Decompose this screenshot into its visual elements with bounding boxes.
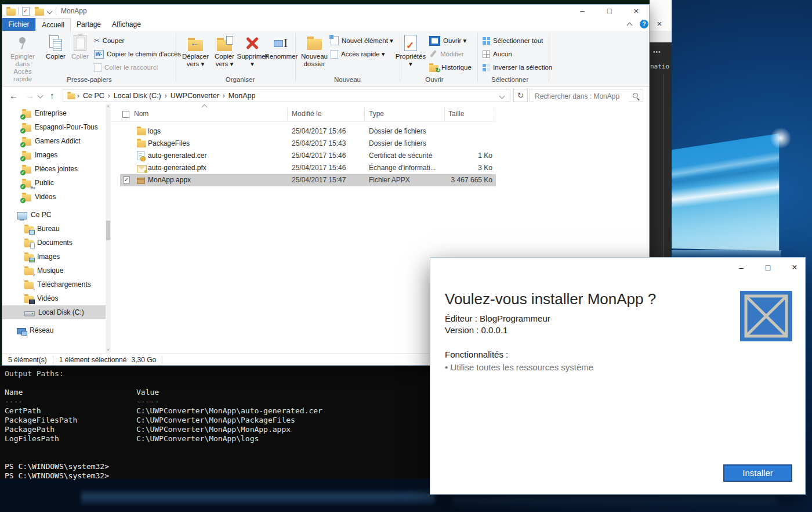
column-header-type[interactable]: Type: [369, 110, 384, 118]
help-icon[interactable]: ?: [640, 20, 648, 28]
sidebar-item-local-disk-c[interactable]: Local Disk (C:): [2, 305, 106, 319]
computer-icon: [17, 212, 27, 219]
sidebar-item-ce-pc[interactable]: Ce PC: [2, 208, 106, 222]
copy-icon: [49, 35, 63, 51]
tab-partage[interactable]: Partage: [71, 18, 107, 31]
sidebar-item-gamers-addict[interactable]: ✓Gamers Addict: [2, 134, 106, 148]
copy-button[interactable]: Copier: [43, 33, 68, 60]
breadcrumb-item[interactable]: MonApp: [229, 92, 256, 100]
file-row-logs[interactable]: logs 25/04/2017 15:46 Dossier de fichier…: [120, 125, 496, 138]
pfx-certificate-icon: [137, 165, 147, 172]
sidebar-item-images-quick[interactable]: ✓Images: [2, 148, 106, 162]
breadcrumb-item[interactable]: UWPConverter: [171, 92, 219, 100]
history-button[interactable]: ↻ Historique: [429, 62, 472, 73]
scissors-icon: ✂: [94, 37, 100, 45]
paste-button[interactable]: Coller: [68, 33, 92, 60]
forward-icon[interactable]: →: [26, 87, 34, 104]
sidebar-item-reseau[interactable]: Réseau: [2, 323, 106, 337]
tab-fichier[interactable]: Fichier: [2, 18, 35, 31]
folder-icon: [137, 140, 146, 147]
search-box[interactable]: [530, 89, 643, 102]
paste-shortcut-button[interactable]: Coller le raccourci: [94, 62, 158, 73]
minimize-button[interactable]: –: [734, 261, 749, 274]
screen: Output Paths: Name Value ---- ----- Cert…: [0, 0, 812, 512]
explorer-titlebar[interactable]: MonApp – □ ×: [2, 5, 649, 18]
invert-selection-icon: [483, 64, 490, 71]
sidebar-item-bureau[interactable]: Bureau: [2, 222, 106, 236]
tab-affichage[interactable]: Affichage: [107, 18, 146, 31]
column-header-nom[interactable]: Nom: [134, 110, 148, 118]
wallpaper-glow: [769, 127, 792, 150]
scroll-down-icon[interactable]: ˅: [106, 347, 110, 353]
open-icon: [429, 36, 440, 46]
column-header-taille[interactable]: Taille: [448, 110, 464, 118]
select-all-checkbox[interactable]: [122, 111, 129, 118]
new-folder-icon: [307, 39, 322, 50]
row-checkbox[interactable]: ✓: [123, 176, 130, 183]
sidebar-item-entreprise[interactable]: ✓Entreprise: [2, 106, 106, 120]
sidebar-item-videos[interactable]: Vidéos: [2, 291, 106, 305]
close-button[interactable]: ×: [628, 5, 645, 17]
search-icon[interactable]: [633, 93, 638, 98]
file-row-monapp-appx[interactable]: ✓ MonApp.appx 25/04/2017 15:47 Fichier A…: [120, 174, 496, 186]
new-folder-button[interactable]: Nouveau dossier: [299, 33, 329, 68]
ribbon-divider: [176, 33, 176, 82]
breadcrumb-item[interactable]: Ce PC: [83, 92, 104, 100]
scrollbar-thumb[interactable]: [106, 221, 110, 240]
maximize-button[interactable]: □: [601, 5, 618, 17]
tab-accueil[interactable]: Accueil: [35, 18, 71, 31]
close-button[interactable]: ×: [787, 261, 802, 274]
up-icon[interactable]: ↑: [50, 87, 55, 104]
file-row-packagefiles[interactable]: PackageFiles 25/04/2017 15:43 Dossier de…: [120, 138, 496, 150]
file-row-pfx[interactable]: auto-generated.pfx 25/04/2017 15:46 Écha…: [120, 162, 496, 174]
sidebar-item-videos-quick[interactable]: ✓Vidéos: [2, 190, 106, 204]
rename-button[interactable]: Renommer: [264, 33, 298, 60]
separator: [18, 7, 19, 15]
new-item-button[interactable]: Nouvel élément ▾: [331, 35, 393, 46]
column-header-modifie[interactable]: Modifié le: [292, 110, 321, 118]
close-icon[interactable]: ×: [653, 18, 666, 30]
recent-locations-icon[interactable]: [38, 93, 44, 99]
move-to-button[interactable]: ← Déplacer vers ▾: [181, 33, 210, 68]
search-input[interactable]: [534, 90, 629, 102]
cut-button[interactable]: ✂ Couper: [94, 35, 124, 46]
desktop-folder-icon: [24, 226, 34, 233]
quick-access-button[interactable]: Accès rapide ▾: [331, 49, 385, 59]
select-all-button[interactable]: Sélectionner tout: [483, 35, 543, 46]
install-button[interactable]: Installer: [723, 464, 792, 482]
sidebar-item-documents[interactable]: Documents: [2, 236, 106, 250]
background-window-partial-text: natio: [650, 63, 669, 70]
select-none-button[interactable]: Aucun: [483, 49, 512, 59]
properties-button[interactable]: Propriétés ▾: [394, 33, 427, 68]
terminal-prompt[interactable]: PS C:\WINDOWS\system32>: [5, 471, 322, 481]
refresh-button[interactable]: ↻: [513, 89, 528, 102]
copy-path-button[interactable]: W- Copier le chemin d'accès: [94, 49, 181, 59]
copy-to-button[interactable]: Copier vers ▾: [211, 33, 238, 68]
sidebar-item-espagnol-pour-tous[interactable]: ✓Espagnol-Pour-Tous: [2, 120, 106, 134]
breadcrumb[interactable]: › Ce PC › Local Disk (C:) › UWPConverter…: [63, 89, 510, 102]
sidebar-item-musique[interactable]: ♪Musique: [2, 264, 106, 277]
open-button[interactable]: Ouvrir ▾: [429, 35, 466, 46]
minimize-button[interactable]: –: [574, 5, 591, 17]
sidebar-item-images[interactable]: Images: [2, 250, 106, 264]
breadcrumb-item[interactable]: Local Disk (C:): [114, 92, 161, 100]
crumb-separator: ›: [77, 92, 79, 100]
folder-quick-icon[interactable]: [35, 9, 44, 16]
back-icon[interactable]: ←: [9, 87, 18, 104]
address-dropdown-icon[interactable]: [499, 93, 505, 99]
ellipsis-icon[interactable]: •••: [653, 49, 661, 55]
navigation-pane: ✓Entreprise ✓Espagnol-Pour-Tous ✓Gamers …: [2, 104, 106, 353]
sidebar-item-telechargements[interactable]: ↓Téléchargements: [2, 277, 106, 291]
sidebar-item-public[interactable]: ✓Public: [2, 176, 106, 190]
invert-selection-button[interactable]: Inverser la sélection: [483, 62, 552, 73]
collapse-ribbon-icon[interactable]: [627, 23, 633, 28]
sidebar-scrollbar[interactable]: ˄ ˅: [106, 104, 111, 353]
scroll-up-icon[interactable]: ˄: [106, 104, 110, 110]
sidebar-item-pieces-jointes[interactable]: ✓Pièces jointes: [2, 162, 106, 176]
chevron-down-icon[interactable]: [47, 9, 53, 15]
edit-button[interactable]: Modifier: [429, 49, 464, 59]
pin-quick-access-button[interactable]: Épingler dans Accès rapide: [5, 33, 41, 83]
file-row-cer[interactable]: auto-generated.cer 25/04/2017 15:46 Cert…: [120, 150, 496, 162]
maximize-button[interactable]: □: [760, 261, 775, 274]
properties-quick-icon[interactable]: [22, 7, 30, 16]
